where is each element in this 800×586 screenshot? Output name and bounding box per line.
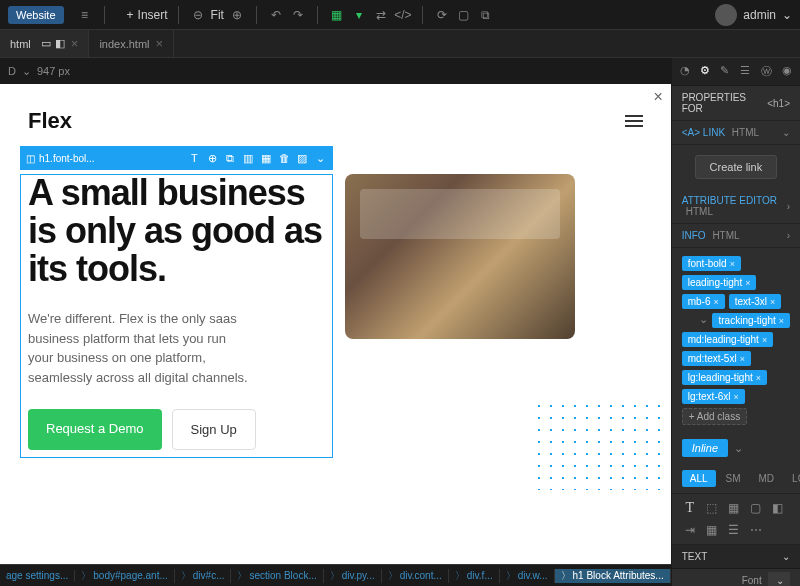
page-canvas[interactable]: Flex ◫ h1.font-bol... T ⊕ ⧉ ▥ ▦ 🗑 [0, 84, 671, 564]
website-button[interactable]: Website [8, 6, 64, 24]
class-chip[interactable]: font-bold× [682, 256, 741, 271]
canvas-close-icon[interactable]: × [653, 88, 662, 106]
link-section-header[interactable]: <A> LINK HTML ⌄ [672, 121, 800, 145]
spacing-icon[interactable]: ⬚ [704, 500, 720, 516]
wordpress-icon[interactable]: ⓦ [761, 64, 772, 80]
info-section-header[interactable]: INFO HTML › [672, 224, 800, 248]
text-section-header[interactable]: TEXT ⌄ [672, 545, 800, 569]
class-list: font-bold× leading-tight× mb-6× text-3xl… [672, 248, 800, 433]
crumb[interactable]: 〉body#page.ant... [75, 569, 175, 583]
text-icon[interactable]: T [682, 500, 698, 516]
class-chip[interactable]: md:leading-tight× [682, 332, 773, 347]
sliders-icon[interactable]: ⚙ [700, 64, 710, 80]
class-chip[interactable]: text-3xl× [729, 294, 782, 309]
eye-icon[interactable]: ◔ [680, 64, 690, 80]
class-chip[interactable]: lg:leading-tight× [682, 370, 767, 385]
tree-icon[interactable]: ⇄ [372, 6, 390, 24]
menu-icon[interactable]: ≡ [76, 6, 94, 24]
split-icon[interactable]: ◧ [55, 37, 65, 50]
add-class-button[interactable]: + Add class [682, 408, 747, 425]
insert-button[interactable]: + Insert [127, 8, 168, 22]
delete-icon[interactable]: 🗑 [277, 151, 291, 165]
selection-toolbar: ◫ h1.font-bol... T ⊕ ⧉ ▥ ▦ 🗑 ▨ ⌄ [20, 146, 333, 170]
decorative-stripes [330, 400, 450, 470]
breadcrumb: age settings... 〉body#page.ant... 〉div#c… [0, 564, 671, 586]
list-icon[interactable]: ☰ [740, 64, 750, 80]
redo-icon[interactable]: ↷ [289, 6, 307, 24]
box-icon[interactable]: ▢ [748, 500, 764, 516]
tab-index[interactable]: index.html × [89, 30, 174, 57]
visibility-icon[interactable]: ◉ [782, 64, 792, 80]
brand-logo: Flex [28, 108, 72, 134]
class-chip[interactable]: tracking-tight× [712, 313, 790, 328]
style-icon-row: T ⬚ ▦ ▢ ◧ ⇥ ▦ ☰ ⋯ [672, 494, 800, 545]
text-tool-icon[interactable]: T [187, 151, 201, 165]
list-icon[interactable]: ☰ [726, 522, 742, 538]
hero-image [345, 174, 575, 339]
crumb[interactable]: age settings... [0, 570, 75, 581]
cta-primary-button[interactable]: Request a Demo [28, 409, 162, 450]
columns-icon[interactable]: ▥ [241, 151, 255, 165]
decorative-dots [533, 400, 663, 490]
font-select[interactable]: ⌄ [768, 572, 790, 586]
code-icon[interactable]: </> [394, 6, 412, 24]
crumb[interactable]: 〉div.f... [449, 569, 500, 583]
crumb-active[interactable]: 〉h1 Block Attributes... [555, 569, 671, 583]
chevron-down-icon[interactable]: ▾ [350, 6, 368, 24]
chevron-down-icon[interactable]: ⌄ [734, 442, 743, 455]
panel-icon[interactable]: ▭ [41, 37, 51, 50]
element-badge-icon: ◫ [26, 153, 35, 164]
hamburger-icon[interactable] [625, 115, 643, 127]
move-icon[interactable]: ⊕ [205, 151, 219, 165]
canvas-viewport-bar: D ⌄ 947 px [0, 58, 671, 84]
crumb[interactable]: 〉div.cont... [382, 569, 449, 583]
layout-icon[interactable]: ◧ [770, 500, 786, 516]
class-chip[interactable]: leading-tight× [682, 275, 757, 290]
close-icon[interactable]: × [71, 36, 79, 51]
inline-badge[interactable]: Inline [682, 439, 728, 457]
more-icon[interactable]: ▨ [295, 151, 309, 165]
properties-header: PROPERTIES FOR <h1> [672, 86, 800, 121]
hero-headline[interactable]: A small business is only as good as its … [28, 174, 325, 287]
border-icon[interactable]: ▦ [726, 500, 742, 516]
user-menu[interactable]: admin ⌄ [715, 4, 792, 26]
class-chip[interactable]: lg:text-6xl× [682, 389, 745, 404]
brush-icon[interactable]: ✎ [720, 64, 730, 80]
fit-label: Fit [211, 8, 224, 22]
chevron-down-icon[interactable]: ⌄ [313, 151, 327, 165]
chevron-down-icon[interactable]: ⌄ [699, 313, 708, 328]
chevron-right-icon: › [787, 230, 790, 241]
chevron-right-icon: › [787, 201, 790, 212]
class-chip[interactable]: md:text-5xl× [682, 351, 751, 366]
chevron-down-icon[interactable]: ⌄ [22, 65, 31, 78]
crumb[interactable]: 〉div.w... [500, 569, 555, 583]
device-icon[interactable]: ▢ [455, 6, 473, 24]
bp-sm[interactable]: SM [718, 470, 749, 487]
crumb[interactable]: 〉div#c... [175, 569, 232, 583]
refresh-icon[interactable]: ⟳ [433, 6, 451, 24]
create-link-button[interactable]: Create link [695, 155, 778, 179]
cta-secondary-button[interactable]: Sign Up [172, 409, 256, 450]
fit-minus-icon[interactable]: ⊖ [189, 6, 207, 24]
copy-icon[interactable]: ⧉ [477, 6, 495, 24]
grid-icon[interactable]: ▦ [259, 151, 273, 165]
bp-md[interactable]: MD [751, 470, 783, 487]
bp-lg[interactable]: LG [784, 470, 800, 487]
class-chip[interactable]: mb-6× [682, 294, 725, 309]
chevron-down-icon: ⌄ [782, 127, 790, 138]
crumb[interactable]: 〉section Block... [231, 569, 323, 583]
fit-plus-icon[interactable]: ⊕ [228, 6, 246, 24]
crumb[interactable]: 〉div.py... [324, 569, 382, 583]
more-icon[interactable]: ⋯ [748, 522, 764, 538]
grid-icon[interactable]: ▦ [328, 6, 346, 24]
undo-icon[interactable]: ↶ [267, 6, 285, 24]
chevron-down-icon: ⌄ [782, 551, 790, 562]
bp-all[interactable]: ALL [682, 470, 716, 487]
flex-icon[interactable]: ⇥ [682, 522, 698, 538]
duplicate-icon[interactable]: ⧉ [223, 151, 237, 165]
breakpoint-row: ALL SM MD LG XL 2XL Pseudo cl... ⚒ [672, 463, 800, 494]
attribute-editor-header[interactable]: ATTRIBUTE EDITOR HTML › [672, 189, 800, 224]
close-icon[interactable]: × [156, 36, 164, 51]
grid-icon[interactable]: ▦ [704, 522, 720, 538]
tab-html[interactable]: html ▭ ◧ × [0, 30, 89, 57]
